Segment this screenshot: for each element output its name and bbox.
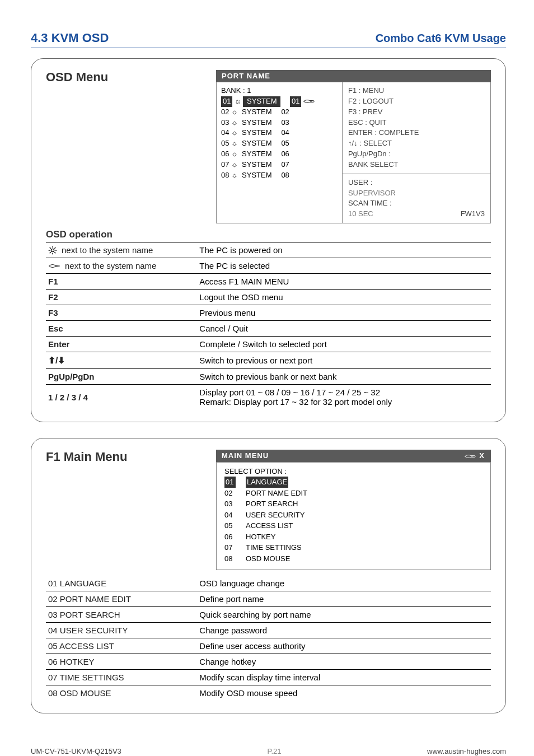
osd-port-name-window: PORT NAME BANK : 1 01☼ SYSTEM 0102☼ SYST… bbox=[216, 70, 491, 223]
main-menu-item: 03PORT SEARCH bbox=[224, 498, 478, 510]
op-desc: Logout the OSD menu bbox=[197, 290, 491, 305]
osd-key-hints: F1 : MENUF2 : LOGOUTF3 : PREVESC : QUITE… bbox=[343, 82, 490, 174]
sun-icon: ☼ bbox=[231, 107, 238, 118]
port-row: 03☼ SYSTEM 03 bbox=[221, 118, 338, 128]
main-menu-item: 02PORT NAME EDIT bbox=[224, 488, 478, 499]
op-desc: Cancel / Quit bbox=[197, 321, 491, 337]
op-desc: Change hotkey bbox=[197, 654, 491, 670]
sun-icon: ☼ bbox=[234, 96, 241, 107]
sun-icon: ☼ bbox=[231, 128, 238, 138]
user-value: SUPERVISOR bbox=[348, 188, 485, 199]
hand-icon bbox=[303, 97, 315, 105]
op-key: Esc bbox=[46, 321, 197, 337]
table-row: F2Logout the OSD menu bbox=[46, 290, 491, 305]
op-desc: The PC is powered on bbox=[197, 242, 491, 258]
op-key: 1 / 2 / 3 / 4 bbox=[46, 385, 197, 410]
op-desc: Modify scan display time interval bbox=[197, 670, 491, 685]
op-key: next to the system name bbox=[46, 242, 197, 258]
table-row: 02 PORT NAME EDITDefine port name bbox=[46, 591, 491, 607]
op-key: PgUp/PgDn bbox=[46, 369, 197, 385]
op-key: 03 PORT SEARCH bbox=[46, 607, 197, 623]
port-row: 07☼ SYSTEM 07 bbox=[221, 160, 338, 170]
op-desc: Complete / Switch to selected port bbox=[197, 337, 491, 352]
op-key: F3 bbox=[46, 305, 197, 321]
op-key: 01 LANGUAGE bbox=[46, 576, 197, 591]
table-row: EnterComplete / Switch to selected port bbox=[46, 337, 491, 352]
op-key: next to the system name bbox=[46, 258, 197, 274]
op-key: 02 PORT NAME EDIT bbox=[46, 591, 197, 607]
table-row: next to the system nameThe PC is selecte… bbox=[46, 258, 491, 274]
table-row: 04 USER SECURITYChange password bbox=[46, 623, 491, 638]
port-row: 06☼ SYSTEM 06 bbox=[221, 149, 338, 160]
op-desc: Define port name bbox=[197, 591, 491, 607]
f1-main-menu-title: F1 Main Menu bbox=[46, 450, 203, 464]
osd-menu-title: OSD Menu bbox=[46, 70, 203, 85]
op-desc: Change password bbox=[197, 623, 491, 638]
key-hint: F1 : MENU bbox=[348, 86, 485, 96]
f1-main-menu-panel: F1 Main Menu MAIN MENU X SELECT OPTION :… bbox=[31, 438, 506, 713]
osd-operation-table: next to the system nameThe PC is powered… bbox=[46, 242, 491, 409]
sun-icon: ☼ bbox=[231, 118, 238, 128]
main-menu-item: 01LANGUAGE bbox=[224, 477, 478, 488]
table-row: 05 ACCESS LISTDefine user access authori… bbox=[46, 638, 491, 654]
key-hint: BANK SELECT bbox=[348, 160, 485, 170]
osd-main-menu-window: MAIN MENU X SELECT OPTION : 01LANGUAGE02… bbox=[216, 450, 491, 570]
key-hint: F2 : LOGOUT bbox=[348, 96, 485, 107]
website-url: www.austin-hughes.com bbox=[427, 747, 506, 755]
main-menu-item: 07TIME SETTINGS bbox=[224, 542, 478, 553]
op-desc: Define user access authority bbox=[197, 638, 491, 654]
osd-status-box: USER : SUPERVISOR SCAN TIME : 10 SEC FW1… bbox=[343, 174, 490, 223]
sun-icon: ☼ bbox=[231, 138, 238, 149]
main-menu-item: 06HOTKEY bbox=[224, 531, 478, 543]
op-key: 04 USER SECURITY bbox=[46, 623, 197, 638]
main-menu-header-icons: X bbox=[464, 451, 485, 460]
main-menu-item: 05ACCESS LIST bbox=[224, 520, 478, 531]
table-row: EscCancel / Quit bbox=[46, 321, 491, 337]
op-key: F2 bbox=[46, 290, 197, 305]
sun-icon: ☼ bbox=[231, 160, 238, 170]
table-row: PgUp/PgDnSwitch to previous bank or next… bbox=[46, 369, 491, 385]
osd-menu-panel: OSD Menu PORT NAME BANK : 1 01☼ SYSTEM 0… bbox=[31, 58, 506, 422]
select-option-label: SELECT OPTION : bbox=[224, 466, 478, 477]
main-menu-item: 04USER SECURITY bbox=[224, 510, 478, 521]
op-key: ⬆/⬇ bbox=[46, 352, 197, 369]
firmware-version: FW1V3 bbox=[461, 209, 485, 220]
key-hint: ENTER : COMPLETE bbox=[348, 128, 485, 138]
op-key: F1 bbox=[46, 274, 197, 290]
hand-icon bbox=[48, 262, 60, 270]
sun-icon: ☼ bbox=[231, 149, 238, 160]
main-menu-item: 08OSD MOUSE bbox=[224, 553, 478, 564]
op-key: 08 OSD MOUSE bbox=[46, 685, 197, 701]
table-row: 1 / 2 / 3 / 4Display port 01 ~ 08 / 09 ~… bbox=[46, 385, 491, 410]
page-footer: UM-CV-751-UKVM-Q215V3 P.21 www.austin-hu… bbox=[31, 747, 506, 755]
op-key: 05 ACCESS LIST bbox=[46, 638, 197, 654]
doc-code: UM-CV-751-UKVM-Q215V3 bbox=[31, 747, 121, 755]
op-desc: Switch to previous bank or next bank bbox=[197, 369, 491, 385]
op-desc: Modify OSD mouse speed bbox=[197, 685, 491, 701]
key-hint: ESC : QUIT bbox=[348, 118, 485, 128]
key-hint: ↑/↓ : SELECT bbox=[348, 138, 485, 149]
osd-port-list: BANK : 1 01☼ SYSTEM 0102☼ SYSTEM 0203☼ S… bbox=[217, 82, 343, 223]
scan-time-value: 10 SEC bbox=[348, 209, 373, 218]
arrow-up-down-icon: ⬆/⬇ bbox=[48, 356, 65, 365]
page-category: Combo Cat6 KVM Usage bbox=[376, 32, 506, 45]
table-row: 07 TIME SETTINGSModify scan display time… bbox=[46, 670, 491, 685]
user-label: USER : bbox=[348, 178, 485, 188]
op-key: Enter bbox=[46, 337, 197, 352]
op-key: 06 HOTKEY bbox=[46, 654, 197, 670]
op-desc: Switch to previous or next port bbox=[197, 352, 491, 369]
table-row: 08 OSD MOUSEModify OSD mouse speed bbox=[46, 685, 491, 701]
port-row: 08☼ SYSTEM 08 bbox=[221, 170, 338, 181]
port-row: 01☼ SYSTEM 01 bbox=[221, 96, 338, 107]
op-desc: Display port 01 ~ 08 / 09 ~ 16 / 17 ~ 24… bbox=[197, 385, 491, 410]
sun-icon bbox=[48, 246, 57, 255]
scan-time-label: SCAN TIME : bbox=[348, 198, 485, 209]
port-row: 02☼ SYSTEM 02 bbox=[221, 107, 338, 118]
port-row: 05☼ SYSTEM 05 bbox=[221, 138, 338, 149]
op-desc: OSD language change bbox=[197, 576, 491, 591]
table-row: F3Previous menu bbox=[46, 305, 491, 321]
key-hint: PgUp/PgDn : bbox=[348, 149, 485, 160]
page-header: 4.3 KVM OSD Combo Cat6 KVM Usage bbox=[31, 31, 506, 48]
table-row: next to the system nameThe PC is powered… bbox=[46, 242, 491, 258]
section-number-title: 4.3 KVM OSD bbox=[31, 31, 109, 45]
